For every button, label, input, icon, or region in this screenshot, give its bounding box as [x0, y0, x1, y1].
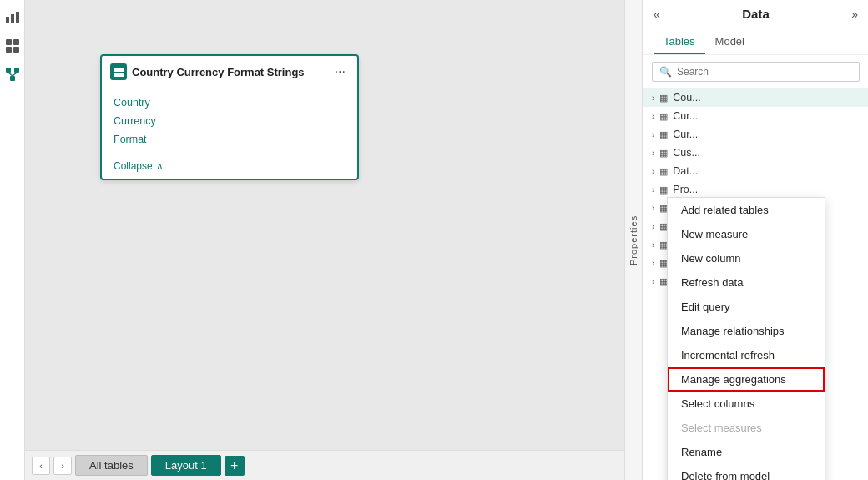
field-format[interactable]: Format [114, 130, 346, 149]
chevron-right-icon: › [652, 185, 654, 195]
table-card: Country Currency Format Strings ··· Coun… [100, 54, 359, 180]
table-name-cur1: Cur... [673, 110, 860, 122]
table-card-header: Country Currency Format Strings ··· [102, 56, 357, 88]
svg-rect-9 [10, 76, 15, 81]
chevron-right-icon: › [652, 240, 654, 250]
icon-bar-model[interactable] [3, 65, 22, 83]
list-item-cur2[interactable]: › ▦ Cur... [643, 125, 868, 144]
table-name-cur2: Cur... [673, 129, 860, 140]
icon-bar-data[interactable] [3, 37, 22, 55]
svg-rect-7 [6, 68, 11, 73]
search-input[interactable] [677, 66, 852, 78]
table-fields: Country Currency Format [102, 88, 357, 154]
table-list: › ▦ Cou... › ▦ Cur... › ▦ Cur... › ▦ Cus… [643, 88, 868, 480]
ctx-new-column[interactable]: New column [668, 246, 825, 270]
search-box: 🔍 [652, 62, 860, 82]
table-card-footer: Collapse ∧ [102, 154, 357, 179]
svg-rect-4 [13, 39, 19, 45]
chevron-right-icon: › [652, 204, 654, 213]
field-country[interactable]: Country [114, 93, 346, 112]
bottom-bar: ‹ › All tables Layout 1 + [25, 450, 624, 480]
table-grid-icon: ▦ [659, 111, 668, 122]
table-name-dat: Dat... [673, 165, 860, 177]
svg-line-11 [13, 73, 17, 76]
svg-rect-3 [6, 39, 12, 45]
collapse-label: Collapse [114, 160, 153, 172]
chevron-right-icon: › [652, 93, 654, 103]
chevron-up-icon: ∧ [156, 160, 164, 172]
context-menu: Add related tables New measure New colum… [667, 197, 825, 480]
table-name-cus: Cus... [673, 147, 860, 159]
table-menu-button[interactable]: ··· [331, 63, 349, 81]
panel-collapse-right[interactable]: » [851, 8, 858, 21]
tab-all-tables[interactable]: All tables [75, 455, 148, 476]
ctx-select-measures: Select measures [668, 416, 825, 440]
panel-collapse-left[interactable]: « [654, 8, 660, 21]
list-item-cur1[interactable]: › ▦ Cur... [643, 107, 868, 125]
chevron-right-icon: › [652, 149, 654, 158]
list-item-cou[interactable]: › ▦ Cou... [643, 88, 868, 107]
ctx-delete-from-model[interactable]: Delete from model [668, 464, 825, 480]
svg-rect-0 [6, 17, 9, 23]
table-grid-icon: ▦ [659, 184, 668, 195]
icon-bar [0, 0, 25, 480]
ctx-incremental-refresh[interactable]: Incremental refresh [668, 343, 825, 367]
ctx-refresh-data[interactable]: Refresh data [668, 270, 825, 295]
ctx-add-related-tables[interactable]: Add related tables [668, 198, 825, 222]
svg-rect-5 [6, 47, 12, 53]
chevron-right-icon: › [652, 259, 654, 268]
panel-tabs: Tables Model [643, 28, 868, 55]
ctx-manage-relationships[interactable]: Manage relationships [668, 319, 825, 343]
ctx-new-measure[interactable]: New measure [668, 222, 825, 246]
right-panel: « Data » Tables Model 🔍 › ▦ Cou... › ▦ C… [643, 0, 868, 480]
panel-title: Data [742, 7, 770, 21]
field-currency[interactable]: Currency [114, 112, 346, 130]
svg-rect-2 [16, 12, 19, 23]
panel-header: « Data » [643, 0, 868, 28]
list-item-cus[interactable]: › ▦ Cus... [643, 144, 868, 162]
table-grid-icon: ▦ [659, 166, 668, 177]
svg-rect-15 [114, 73, 119, 77]
nav-next-button[interactable]: › [53, 457, 72, 475]
app-container: Country Currency Format Strings ··· Coun… [0, 0, 868, 480]
search-icon: 🔍 [659, 66, 672, 78]
svg-rect-6 [13, 47, 19, 53]
svg-rect-13 [114, 68, 119, 72]
svg-line-10 [8, 73, 13, 76]
chevron-right-icon: › [652, 222, 654, 231]
icon-bar-report[interactable] [3, 8, 22, 27]
table-card-icon [110, 63, 127, 80]
canvas: Country Currency Format Strings ··· Coun… [25, 0, 624, 480]
chevron-right-icon: › [652, 130, 654, 139]
list-item-pro[interactable]: › ▦ Pro... [643, 180, 868, 199]
ctx-edit-query[interactable]: Edit query [668, 295, 825, 319]
table-grid-icon: ▦ [659, 148, 668, 159]
svg-rect-1 [11, 14, 14, 23]
chevron-right-icon: › [652, 167, 654, 176]
table-grid-icon: ▦ [659, 129, 668, 140]
table-card-title: Country Currency Format Strings [132, 66, 326, 78]
properties-tab[interactable]: Properties [624, 0, 643, 480]
table-name-pro: Pro... [673, 184, 860, 195]
table-name-cou: Cou... [673, 92, 860, 104]
ctx-select-columns[interactable]: Select columns [668, 392, 825, 416]
nav-prev-button[interactable]: ‹ [32, 457, 50, 475]
ctx-rename[interactable]: Rename [668, 440, 825, 464]
add-tab-button[interactable]: + [225, 456, 245, 476]
svg-rect-16 [119, 73, 124, 77]
table-grid-icon: ▦ [659, 93, 668, 104]
list-item-dat[interactable]: › ▦ Dat... [643, 162, 868, 180]
chevron-right-icon: › [652, 112, 654, 121]
tab-layout1[interactable]: Layout 1 [151, 455, 221, 476]
svg-rect-8 [14, 68, 19, 73]
svg-rect-14 [119, 68, 124, 72]
tab-tables[interactable]: Tables [654, 28, 705, 54]
collapse-button[interactable]: Collapse ∧ [114, 160, 346, 172]
tab-model[interactable]: Model [705, 28, 754, 54]
chevron-right-icon: › [652, 277, 654, 286]
ctx-manage-aggregations[interactable]: Manage aggregations [668, 367, 825, 392]
